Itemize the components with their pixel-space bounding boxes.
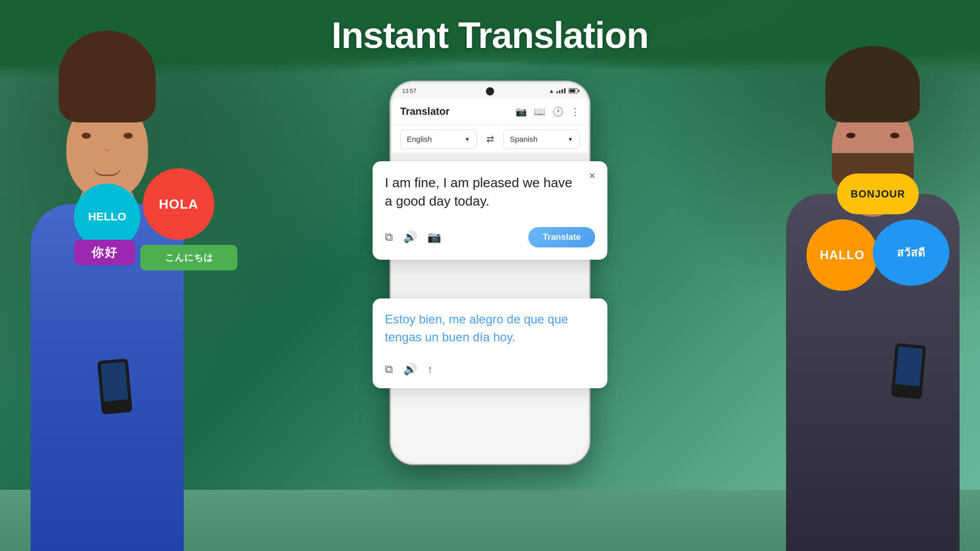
speaker-icon[interactable]: 🔊 — [403, 231, 417, 244]
result-text: Estoy bien, me alegro de que que tengas … — [385, 311, 579, 346]
result-translation-card: Estoy bien, me alegro de que que tengas … — [373, 298, 607, 388]
signal-bar-1 — [556, 91, 558, 93]
phone-lang-bar: English ▼ ⇄ Spanish ▼ — [392, 125, 588, 154]
swap-languages-button[interactable]: ⇄ — [481, 130, 499, 148]
page-title: Instant Translation — [331, 14, 648, 56]
translate-button[interactable]: Translate — [528, 227, 595, 247]
phone-app-bar: Translator 📷 📖 🕐 ⋮ — [392, 98, 588, 125]
bubble-bonjour: BONJOUR — [837, 173, 919, 214]
status-icons: ▲ — [549, 88, 578, 94]
status-time: 13:57 — [402, 88, 416, 94]
camera-notch — [486, 87, 494, 95]
wifi-icon: ▲ — [549, 88, 554, 94]
right-person-phone — [891, 343, 926, 399]
target-language-selector[interactable]: Spanish ▼ — [503, 130, 580, 149]
history-icon[interactable]: 🕐 — [552, 106, 564, 117]
camera-scan-icon[interactable]: 📷 — [427, 231, 441, 244]
source-language-label: English — [407, 135, 432, 143]
phone-frame: 13:57 ▲ Translator 📷 📖 🕐 — [390, 82, 590, 464]
result-copy-icon[interactable]: ⧉ — [385, 363, 393, 376]
result-speaker-icon[interactable]: 🔊 — [403, 363, 417, 376]
result-card-actions: ⧉ 🔊 ↑ — [385, 363, 595, 376]
target-lang-chevron: ▼ — [568, 136, 573, 142]
target-language-label: Spanish — [510, 135, 537, 143]
result-share-icon[interactable]: ↑ — [427, 363, 433, 376]
battery-icon — [569, 88, 578, 93]
app-title: Translator — [400, 106, 450, 117]
source-text: I am fine, I am pleased we have a good d… — [385, 173, 579, 211]
left-person-area — [0, 0, 265, 551]
app-icons: 📷 📖 🕐 ⋮ — [516, 106, 580, 117]
source-translation-card: × I am fine, I am pleased we have a good… — [373, 161, 607, 260]
right-person-hair — [825, 46, 920, 122]
bubble-hallo: HALLO — [806, 219, 878, 291]
close-button[interactable]: × — [585, 168, 599, 183]
source-action-icons: ⧉ 🔊 📷 — [385, 231, 441, 244]
more-icon[interactable]: ⋮ — [571, 106, 580, 117]
copy-icon[interactable]: ⧉ — [385, 231, 393, 244]
left-person-hair — [59, 31, 156, 122]
bubble-hola: HOLA — [143, 168, 214, 240]
signal-bar-3 — [561, 89, 563, 93]
signal-bar-4 — [564, 88, 566, 93]
camera-icon[interactable]: 📷 — [516, 106, 527, 117]
signal-bar-2 — [559, 90, 560, 93]
card-actions: ⧉ 🔊 📷 Translate — [385, 227, 595, 247]
bubble-nihao: 你好 — [74, 240, 135, 265]
source-language-selector[interactable]: English ▼ — [400, 130, 477, 149]
bubble-sawatdi: สวัสดี — [873, 219, 949, 286]
battery-fill — [570, 89, 575, 92]
result-action-icons: ⧉ 🔊 ↑ — [385, 363, 433, 376]
phone-inner: 13:57 ▲ Translator 📷 📖 🕐 — [392, 83, 588, 463]
left-person-phone — [97, 359, 133, 415]
signal-bars — [556, 88, 566, 93]
bubble-konnichiwa: こんにちは — [140, 245, 237, 270]
book-icon[interactable]: 📖 — [534, 106, 545, 117]
source-lang-chevron: ▼ — [464, 136, 470, 142]
